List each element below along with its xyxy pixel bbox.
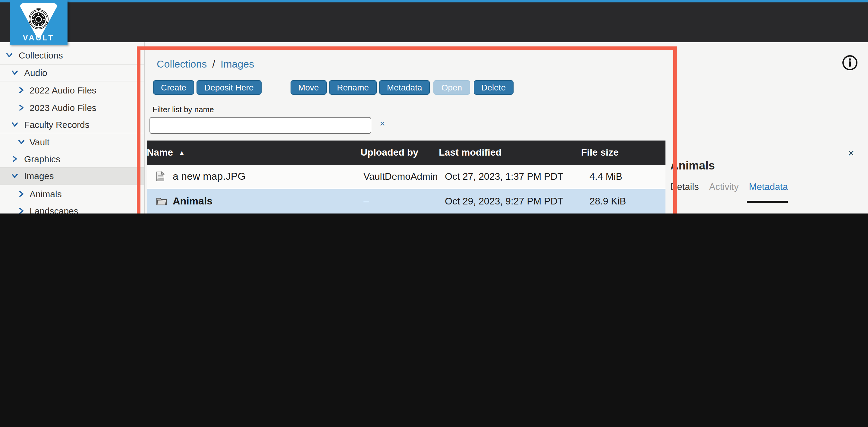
toolbar-button-label: Create: [161, 83, 186, 92]
sidebar-tree-item[interactable]: 2022 Audio Files: [0, 82, 144, 99]
chevron-right-icon[interactable]: [18, 139, 25, 145]
toolbar-button-label: Move: [298, 83, 318, 92]
chevron-right-icon[interactable]: [18, 104, 25, 111]
table-row[interactable]: Animals – Oct 29, 2023, 9:27 PM PDT 28.9…: [147, 189, 665, 214]
file-icon: [156, 171, 164, 182]
sidebar-tree-item[interactable]: Faculty Records: [0, 116, 144, 133]
breadcrumb: Collections / Images: [157, 59, 254, 70]
breadcrumb-collections-link[interactable]: Collections: [157, 59, 207, 70]
table-column-label: Uploaded by: [361, 147, 418, 158]
table-column-header[interactable]: Name ▲: [147, 147, 361, 158]
sidebar-tree-item[interactable]: Collections: [0, 47, 144, 64]
table-row[interactable]: a new map.JPG VaultDemoAdmin Oct 27, 202…: [147, 164, 665, 189]
uploaded-by-cell: –: [361, 196, 439, 207]
sidebar-tree-item-label: Collections: [19, 50, 63, 61]
toolbar-button-label: Metadata: [387, 83, 422, 92]
file-size-cell: 4.4 MiB: [581, 171, 665, 182]
collections-tree-sidebar: Collections Audio 2022 Audio Files 2023 …: [0, 42, 145, 214]
panel-title: Animals: [670, 159, 715, 173]
breadcrumb-images-link[interactable]: Images: [221, 59, 254, 70]
file-name: a new map.JPG: [173, 171, 246, 182]
sidebar-tree-item-label: Audio: [24, 67, 47, 78]
sidebar-tree-item-label: 2023 Audio Files: [30, 102, 96, 113]
panel-tab[interactable]: Details: [670, 182, 699, 192]
vault-logo-icon: VAULT: [10, 0, 67, 44]
sidebar-tree-item[interactable]: Landscapes: [0, 202, 144, 214]
vault-logo[interactable]: VAULT: [10, 0, 67, 44]
toolbar-button[interactable]: Create: [153, 80, 194, 95]
chevron-right-icon[interactable]: [11, 156, 18, 162]
file-size-cell: 28.9 KiB: [581, 196, 665, 207]
top-navigation-bar: [0, 2, 868, 42]
chevron-right-icon[interactable]: [11, 173, 18, 179]
table-column-header[interactable]: Last modified: [439, 147, 581, 158]
chevron-right-icon[interactable]: [18, 87, 25, 93]
sidebar-tree-item[interactable]: Graphics: [0, 150, 144, 167]
file-name-cell: a new map.JPG: [147, 171, 361, 182]
toolbar-button-label: Rename: [337, 83, 369, 92]
sidebar-tree-item-label: Images: [24, 171, 54, 181]
table-body: a new map.JPG VaultDemoAdmin Oct 27, 202…: [147, 164, 665, 214]
table-column-label: Last modified: [439, 147, 501, 158]
sidebar-tree-item-label: 2022 Audio Files: [30, 85, 96, 95]
table-column-label: Name: [147, 147, 173, 158]
filter-clear-button[interactable]: ×: [380, 118, 385, 128]
collections-tree: Collections Audio 2022 Audio Files 2023 …: [0, 47, 144, 214]
chevron-right-icon[interactable]: [11, 69, 18, 76]
table-header-row: Name ▲ Uploaded by Last modified File si…: [147, 140, 665, 164]
filter-label: Filter list by name: [153, 105, 214, 114]
sidebar-tree-item[interactable]: Audio: [0, 64, 144, 82]
table-column-header[interactable]: File size: [581, 147, 665, 158]
toolbar-button[interactable]: Rename: [329, 80, 377, 95]
sort-ascending-icon: ▲: [179, 149, 185, 156]
main-content: Collections / Images Create Deposit Here…: [145, 42, 868, 214]
chevron-right-icon[interactable]: [18, 190, 25, 197]
file-type-icon: [156, 171, 167, 182]
chevron-right-icon[interactable]: [6, 52, 13, 59]
panel-tabs: DetailsActivityMetadata: [670, 182, 788, 192]
table-column-label: File size: [581, 147, 619, 158]
file-type-icon: [156, 196, 167, 207]
table-column-header[interactable]: Uploaded by: [361, 147, 439, 158]
sidebar-tree-item-label: Landscapes: [30, 206, 79, 214]
chevron-right-icon[interactable]: [11, 121, 18, 127]
last-modified-cell: Oct 27, 2023, 1:37 PM PDT: [439, 171, 581, 182]
sidebar-tree-item-label: Faculty Records: [24, 119, 90, 129]
file-name: Animals: [173, 195, 213, 208]
file-name-cell: Animals: [147, 195, 361, 208]
sidebar-tree-item-label: Animals: [30, 188, 62, 199]
vault-logo-text: VAULT: [23, 33, 55, 42]
sidebar-tree-item[interactable]: Animals: [0, 185, 144, 202]
toolbar: Create Deposit Here Move Rename Metadata…: [153, 80, 514, 95]
sidebar-tree-item[interactable]: Vault: [0, 133, 144, 150]
panel-close-icon[interactable]: ✕: [847, 148, 855, 158]
toolbar-button-label: Delete: [481, 83, 506, 92]
sidebar-tree-item[interactable]: Images: [0, 167, 144, 185]
last-modified-cell: Oct 29, 2023, 9:27 PM PDT: [439, 196, 581, 207]
vault-app-window: VAULT Dashboard Collections Deposit Repo…: [0, 0, 868, 214]
sidebar-tree-item-label: Graphics: [24, 154, 60, 164]
toolbar-button-label: Deposit Here: [204, 83, 253, 92]
toolbar-button[interactable]: Open: [434, 80, 470, 95]
toolbar-button[interactable]: Deposit Here: [196, 80, 261, 95]
info-icon[interactable]: [842, 55, 858, 73]
folder-icon: [156, 197, 167, 206]
sidebar-tree-item-label: Vault: [30, 137, 50, 147]
file-table: Name ▲ Uploaded by Last modified File si…: [147, 140, 665, 214]
panel-tab[interactable]: Metadata: [749, 182, 788, 192]
panel-tab[interactable]: Activity: [709, 182, 739, 192]
toolbar-button-label: Open: [441, 83, 462, 92]
filter-input[interactable]: [150, 117, 371, 133]
toolbar-button[interactable]: Metadata: [379, 80, 430, 95]
toolbar-button[interactable]: Delete: [473, 80, 514, 95]
toolbar-button[interactable]: Move: [290, 80, 327, 95]
breadcrumb-separator: /: [212, 59, 215, 70]
chevron-right-icon[interactable]: [18, 208, 25, 214]
sidebar-tree-item[interactable]: 2023 Audio Files: [0, 99, 144, 116]
uploaded-by-cell: VaultDemoAdmin: [361, 171, 439, 182]
top-accent-strip: [0, 0, 868, 2]
